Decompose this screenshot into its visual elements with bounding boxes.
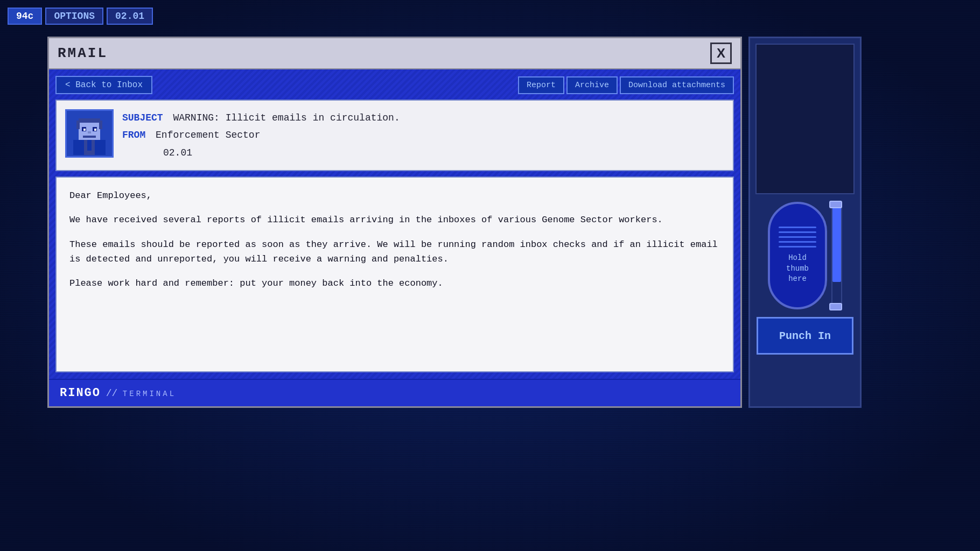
svg-rect-7 xyxy=(83,129,86,131)
svg-rect-9 xyxy=(88,131,91,133)
svg-rect-4 xyxy=(99,121,102,129)
email-header: SUBJECT WARNING: Illicit emails in circu… xyxy=(55,100,734,171)
right-panel-display xyxy=(755,44,855,194)
brand-name: RINGO xyxy=(60,386,101,400)
from-row: FROM Enforcement Sector xyxy=(122,126,724,144)
slider-top-cap xyxy=(829,201,842,208)
from-date: 02.01 xyxy=(163,147,192,158)
thumb-pad-inner: Hold thumb here xyxy=(779,227,816,285)
email-content-area: < Back to Inbox Report Archive Download … xyxy=(49,69,740,379)
slider-fill xyxy=(832,203,841,282)
thumb-line-4 xyxy=(779,241,816,243)
rmail-window: RMAIL X < Back to Inbox Report Archive D… xyxy=(47,37,742,408)
brand-terminal: TERMINAL xyxy=(123,390,176,398)
window-title: RMAIL xyxy=(58,45,108,61)
slider-bottom-cap xyxy=(829,303,842,310)
svg-rect-8 xyxy=(94,129,96,131)
thumb-line-5 xyxy=(779,246,816,248)
subject-label: SUBJECT xyxy=(122,112,163,123)
svg-rect-2 xyxy=(79,118,100,123)
options-button[interactable]: OPTIONS xyxy=(45,8,103,25)
email-body-text: Dear Employees, We have received several… xyxy=(69,188,720,291)
slider-track[interactable] xyxy=(831,202,842,309)
right-panel: Hold thumb here Punch In xyxy=(748,37,862,408)
thumb-line-2 xyxy=(779,231,816,233)
sender-avatar xyxy=(65,109,114,158)
currency-display: 94c xyxy=(8,8,42,25)
window-footer: RINGO // TERMINAL xyxy=(49,379,740,406)
brand-slash: // xyxy=(106,388,118,399)
email-body[interactable]: Dear Employees, We have received several… xyxy=(55,176,734,372)
window-titlebar: RMAIL X xyxy=(49,38,740,69)
from-label: FROM xyxy=(122,130,145,140)
from-name: Enforcement Sector xyxy=(156,130,260,140)
punch-in-button[interactable]: Punch In xyxy=(757,317,853,355)
email-metadata: SUBJECT WARNING: Illicit emails in circu… xyxy=(122,109,724,161)
from-date-row: 02.01 xyxy=(122,144,724,161)
body-paragraph-2: These emails should be reported as soon … xyxy=(69,237,720,266)
close-button[interactable]: X xyxy=(710,43,732,64)
thumb-lines xyxy=(779,227,816,248)
download-attachments-button[interactable]: Download attachments xyxy=(620,76,734,94)
svg-rect-10 xyxy=(83,136,96,138)
thumb-container: Hold thumb here xyxy=(768,202,842,309)
thumb-line-1 xyxy=(779,227,816,228)
subject-text: WARNING: Illicit emails in circulation. xyxy=(173,112,400,123)
thumb-label: Hold thumb here xyxy=(786,253,809,285)
top-bar: 94c OPTIONS 02.01 xyxy=(8,8,153,25)
action-buttons-group: Report Archive Download attachments xyxy=(518,76,734,94)
action-bar: < Back to Inbox Report Archive Download … xyxy=(55,76,734,94)
time-display: 02.01 xyxy=(107,8,153,25)
subject-row: SUBJECT WARNING: Illicit emails in circu… xyxy=(122,109,724,126)
svg-rect-3 xyxy=(76,121,80,129)
thumb-line-3 xyxy=(779,236,816,238)
svg-rect-13 xyxy=(87,140,92,151)
archive-button[interactable]: Archive xyxy=(566,76,618,94)
thumb-pad[interactable]: Hold thumb here xyxy=(768,202,827,309)
body-paragraph-1: We have received several reports of illi… xyxy=(69,213,720,227)
thumb-panel: Hold thumb here xyxy=(755,202,855,309)
report-button[interactable]: Report xyxy=(518,76,564,94)
body-paragraph-0: Dear Employees, xyxy=(69,188,720,203)
back-to-inbox-button[interactable]: < Back to Inbox xyxy=(55,76,152,94)
body-paragraph-3: Please work hard and remember: put your … xyxy=(69,276,720,291)
